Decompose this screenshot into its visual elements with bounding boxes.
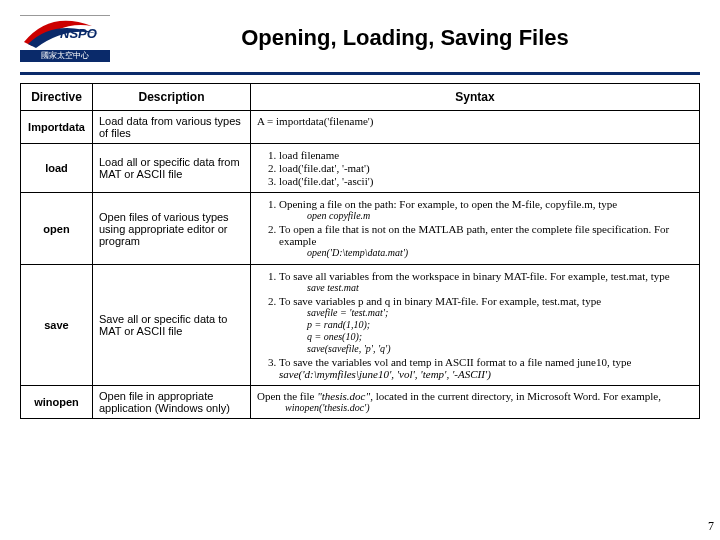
- directive-cell: Importdata: [21, 111, 93, 144]
- description-cell: Load data from various types of files: [93, 111, 251, 144]
- syntax-item: To open a file that is not on the MATLAB…: [279, 223, 693, 259]
- syntax-cell: To save all variables from the workspace…: [251, 265, 700, 386]
- col-header-directive: Directive: [21, 84, 93, 111]
- description-cell: Open files of various types using approp…: [93, 193, 251, 265]
- table-row: open Open files of various types using a…: [21, 193, 700, 265]
- syntax-text: Open the file: [257, 390, 317, 402]
- logo-subtext: 國家太空中心: [20, 50, 110, 62]
- directive-cell: winopen: [21, 386, 93, 419]
- logo-text: NSPO: [60, 26, 97, 41]
- nspo-swoosh-icon: NSPO: [20, 16, 110, 50]
- syntax-item: To save all variables from the workspace…: [279, 270, 693, 294]
- syntax-item: Opening a file on the path: For example,…: [279, 198, 693, 222]
- example-code: savefile = 'test.mat'; p = rand(1,10); q…: [307, 307, 693, 355]
- table-row: save Save all or specific data to MAT or…: [21, 265, 700, 386]
- inline-code: save('d:\mymfiles\june10', 'vol', 'temp'…: [279, 368, 491, 380]
- syntax-cell: Open the file "thesis.doc", located in t…: [251, 386, 700, 419]
- quoted-filename: "thesis.doc": [317, 390, 370, 402]
- syntax-text: , located in the current directory, in M…: [370, 390, 661, 402]
- example-line: q = ones(10);: [307, 331, 693, 343]
- syntax-item: To save variables p and q in binary MAT-…: [279, 295, 693, 355]
- example-code: save test.mat: [307, 282, 693, 294]
- col-header-description: Description: [93, 84, 251, 111]
- syntax-item: load('file.dat', '-mat'): [279, 162, 693, 174]
- col-header-syntax: Syntax: [251, 84, 700, 111]
- example-line: save(savefile, 'p', 'q'): [307, 343, 693, 355]
- syntax-cell: Opening a file on the path: For example,…: [251, 193, 700, 265]
- logo: NSPO 國家太空中心: [20, 15, 110, 62]
- page-number: 7: [708, 519, 714, 534]
- description-cell: Load all or specific data from MAT or AS…: [93, 144, 251, 193]
- syntax-text: Opening a file on the path: For example,…: [279, 198, 617, 210]
- directive-cell: open: [21, 193, 93, 265]
- syntax-item: To save the variables vol and temp in AS…: [279, 356, 693, 380]
- syntax-cell: load filename load('file.dat', '-mat') l…: [251, 144, 700, 193]
- table-row: winopen Open file in appropriate applica…: [21, 386, 700, 419]
- example-line: savefile = 'test.mat';: [307, 307, 693, 319]
- commands-table: Directive Description Syntax Importdata …: [20, 83, 700, 419]
- syntax-item: load('file.dat', '-ascii'): [279, 175, 693, 187]
- syntax-cell: A = importdata('filename'): [251, 111, 700, 144]
- description-cell: Save all or specific data to MAT or ASCI…: [93, 265, 251, 386]
- table-row: Importdata Load data from various types …: [21, 111, 700, 144]
- directive-cell: load: [21, 144, 93, 193]
- table-row: load Load all or specific data from MAT …: [21, 144, 700, 193]
- example-line: p = rand(1,10);: [307, 319, 693, 331]
- example-code: open('D:\temp\data.mat'): [307, 247, 693, 259]
- directive-cell: save: [21, 265, 93, 386]
- syntax-text: To open a file that is not on the MATLAB…: [279, 223, 669, 247]
- page-title: Opening, Loading, Saving Files: [110, 25, 700, 51]
- header-divider: [20, 72, 700, 75]
- syntax-item: load filename: [279, 149, 693, 161]
- description-cell: Open file in appropriate application (Wi…: [93, 386, 251, 419]
- syntax-text: To save variables p and q in binary MAT-…: [279, 295, 601, 307]
- example-code: open copyfile.m: [307, 210, 693, 222]
- syntax-text: To save the variables vol and temp in AS…: [279, 356, 631, 368]
- syntax-text: To save all variables from the workspace…: [279, 270, 670, 282]
- example-code: winopen('thesis.doc'): [285, 402, 693, 414]
- header: NSPO 國家太空中心 Opening, Loading, Saving Fil…: [20, 10, 700, 66]
